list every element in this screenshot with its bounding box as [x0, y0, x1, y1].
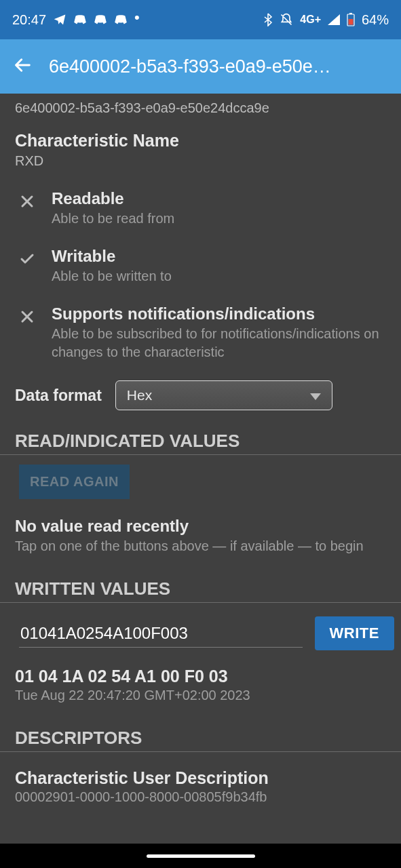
- status-time: 20:47: [12, 12, 46, 28]
- cross-icon: [15, 304, 39, 325]
- status-left: 20:47 •: [12, 12, 140, 28]
- bluetooth-icon: [263, 13, 273, 26]
- capability-notifications: Supports notifications/indications Able …: [15, 304, 386, 361]
- write-button[interactable]: WRITE: [315, 616, 394, 650]
- content: 6e400002-b5a3-f393-e0a9-e50e24dcca9e Cha…: [0, 94, 401, 814]
- read-section-header: READ/INDICATED VALUES: [0, 427, 401, 454]
- descriptor-title[interactable]: Characteristic User Description: [0, 762, 401, 789]
- page-title: 6e400002-b5a3-f393-e0a9-e50e…: [49, 56, 387, 77]
- check-icon: [15, 247, 39, 267]
- characteristic-name-value: RXD: [15, 153, 386, 169]
- network-label: 4G+: [300, 14, 321, 26]
- descriptor-uuid: 00002901-0000-1000-8000-00805f9b34fb: [0, 789, 401, 814]
- last-written-time: Tue Aug 22 20:47:20 GMT+02:00 2023: [0, 688, 401, 724]
- data-format-label: Data format: [15, 387, 102, 405]
- svg-rect-1: [349, 13, 352, 14]
- nav-bar: [0, 844, 401, 868]
- app-bar: 6e400002-b5a3-f393-e0a9-e50e…: [0, 39, 401, 94]
- capability-desc: Able to be subscribed to for notificatio…: [52, 325, 386, 361]
- descriptors-section-header: DESCRIPTORS: [0, 724, 401, 751]
- capability-desc: Able to be read from: [52, 210, 386, 228]
- home-indicator[interactable]: [147, 854, 255, 858]
- data-format-select[interactable]: Hex: [115, 380, 332, 410]
- write-row: WRITE: [0, 612, 401, 663]
- status-bar: 20:47 • 4G+ 64%: [0, 0, 401, 39]
- chevron-down-icon: [310, 387, 321, 403]
- data-format-value: Hex: [127, 387, 152, 403]
- telegram-icon: [53, 13, 66, 26]
- no-value-title: No value read recently: [0, 517, 401, 538]
- status-right: 4G+ 64%: [263, 12, 389, 28]
- divider: [0, 751, 401, 752]
- characteristic-uuid: 6e400002-b5a3-f393-e0a9-e50e24dcca9e: [0, 94, 401, 131]
- written-section-header: WRITTEN VALUES: [0, 574, 401, 602]
- cross-icon: [15, 189, 39, 210]
- capability-readable: Readable Able to be read from: [15, 189, 386, 228]
- divider: [0, 602, 401, 603]
- battery-percent: 64%: [362, 12, 389, 28]
- divider: [0, 454, 401, 455]
- signal-icon: [328, 14, 340, 25]
- data-format-row: Data format Hex: [15, 380, 386, 410]
- characteristic-name-label: Characteristic Name: [15, 131, 386, 151]
- capability-writable: Writable Able to be written to: [15, 247, 386, 285]
- battery-icon: [347, 13, 355, 26]
- capability-title: Writable: [52, 247, 386, 266]
- read-again-button[interactable]: READ AGAIN: [19, 465, 130, 499]
- notifications-off-icon: [280, 13, 293, 26]
- no-value-desc: Tap on one of the buttons above — if ava…: [0, 538, 401, 574]
- back-button[interactable]: [14, 56, 33, 77]
- capability-title: Supports notifications/indications: [52, 304, 386, 323]
- capability-desc: Able to be written to: [52, 267, 386, 285]
- write-input[interactable]: [19, 620, 303, 648]
- discord-icon: [114, 14, 128, 25]
- discord-icon: [94, 14, 107, 25]
- discord-icon: [73, 14, 87, 25]
- last-written-value: 01 04 1A 02 54 A1 00 F0 03: [0, 663, 401, 688]
- capability-title: Readable: [52, 189, 386, 208]
- svg-rect-2: [348, 19, 353, 25]
